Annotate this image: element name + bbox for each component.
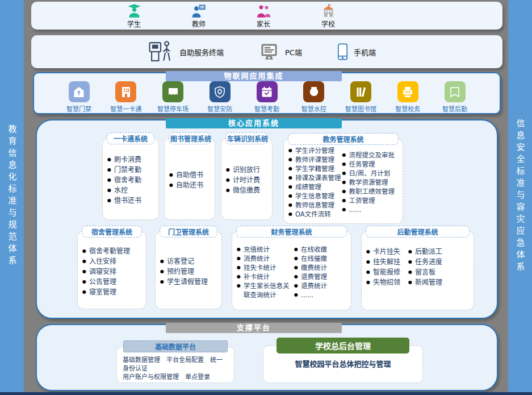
feature-list: 宿舍考勤管理入住安排调寝安排公告管理寝室管理 <box>82 246 130 297</box>
feature-item: 成绩管理 <box>288 182 341 192</box>
left-standards-label: 教育信息化标准与规范体系 <box>6 124 18 268</box>
feature-item: 任务进度 <box>408 257 442 267</box>
system-card-columns: 访客登记预约管理学生请假管理 <box>156 238 221 309</box>
feature-item: 微信缴费 <box>226 185 260 196</box>
student-icon <box>127 3 142 19</box>
system-card-title: 图书管理系统 <box>169 132 211 144</box>
iot-section-title: 物联网应用集成 <box>166 71 342 81</box>
user-label: 学校 <box>321 19 335 28</box>
feature-item: 学生学籍管理 <box>288 164 341 173</box>
feature-item: 智能报修 <box>366 267 400 277</box>
feature-item: 自助还书 <box>169 180 203 190</box>
system-card-vehicle: 车辆识别系统识别放行计时计费微信缴费 <box>221 138 273 220</box>
feature-item: 教职工绩效管理 <box>342 187 394 196</box>
feature-item: 排课及课表管理 <box>288 173 341 182</box>
users-panel: 学生教师家长学校 <box>31 2 502 30</box>
base-platform-line: 基础数据管理 平台全局配置 统一身份认证 <box>123 356 228 373</box>
iot-one-card: 智慧一卡通 <box>105 81 147 113</box>
system-card-logistics: 后勤管理系统卡片挂失挂失解挂智能报修失物招领后勤派工任务进度留言板新闻管理 <box>361 231 474 310</box>
system-card-library: 图书管理系统自助借书自助还书 <box>164 138 215 220</box>
feature-list: 访客登记预约管理学生请假管理 <box>160 256 208 287</box>
access-control-icon <box>69 81 90 102</box>
system-card-title: 教务管理系统 <box>288 133 399 145</box>
one-card-icon <box>115 81 136 102</box>
feature-item: 失物招领 <box>366 277 400 288</box>
feature-list: 后勤派工任务进度留言板新闻管理 <box>408 247 442 288</box>
desktop-icon <box>259 41 279 62</box>
feature-list: 卡片挂失挂失解挂智能报修失物招领 <box>366 247 400 288</box>
feature-item: 消费统计 <box>237 254 293 263</box>
parking-icon <box>162 81 183 102</box>
terminals-row: 自助服务终端PC端手机端 <box>31 35 502 68</box>
system-card-finance: 财务管理系统充值统计消费统计挂失卡统计补卡统计学生家长信息关联查询统计在线收缴在… <box>232 231 351 310</box>
iot-label: 智慧安防 <box>207 104 232 113</box>
system-card-dorm: 宿舍管理系统宿舍考勤管理入住安排调寝安排公告管理寝室管理 <box>77 231 146 309</box>
feature-list: 在线收缴在线催缴缴费统计退费管理退费统计...... <box>294 245 327 300</box>
base-data-platform-body: 基础数据管理 平台全局配置 统一身份认证 用户账户与权限管理 单点登录 <box>117 352 234 381</box>
iot-attendance: 智慧考勤 <box>246 81 288 113</box>
feature-item: 留言板 <box>408 267 442 277</box>
bottom-border <box>0 392 532 395</box>
parents-icon <box>256 3 271 19</box>
base-data-platform-title: 基础数据平台 <box>123 340 228 352</box>
system-card-gate: 门卫管理系统访客登记预约管理学生请假管理 <box>155 231 222 309</box>
right-standards-sidebar: 信息安全标准与容灾应急体系 <box>508 0 532 392</box>
iot-security: 智慧安防 <box>199 81 241 113</box>
attendance-icon <box>257 81 278 102</box>
water-control-icon <box>303 81 324 102</box>
feature-item: 后勤派工 <box>408 247 442 257</box>
core-section-title: 核心应用系统 <box>166 118 342 128</box>
support-panel: 支撑平台 基础数据平台 基础数据管理 平台全局配置 统一身份认证 用户账户与权限… <box>36 324 498 391</box>
feature-list: 刷卡消费门禁考勤宿舍考勤水控借书还书 <box>107 155 141 206</box>
terminals-panel: 自助服务终端PC端手机端 <box>31 35 502 68</box>
school-affairs-icon <box>397 81 418 102</box>
user-school: 学校 <box>311 3 346 28</box>
system-card-academic: 教务管理系统学生评分管理教师评课管理学生学籍管理排课及课表管理成绩管理学生信息管… <box>283 138 403 224</box>
system-card-columns: 卡片挂失挂失解挂智能报修失物招领后勤派工任务进度留言板新闻管理 <box>362 238 474 310</box>
base-data-platform-card: 基础数据平台 基础数据管理 平台全局配置 统一身份认证 用户账户与权限管理 单点… <box>116 347 234 383</box>
feature-item: 寝室管理 <box>82 287 130 297</box>
logistics-icon <box>445 81 466 102</box>
smart-campus-architecture-diagram: 教育信息化标准与规范体系 信息安全标准与容灾应急体系 学生教师家长学校 自助服务… <box>0 0 532 395</box>
iot-label: 智慧校务 <box>395 104 420 113</box>
feature-item: 学生信息管理 <box>288 192 341 201</box>
feature-item: 教师信息管理 <box>288 201 341 210</box>
feature-item: 补卡统计 <box>237 272 293 281</box>
feature-item: 自助借书 <box>169 170 203 180</box>
kiosk-icon <box>148 39 174 64</box>
terminal-label: 手机端 <box>354 47 376 57</box>
system-card-columns: 充值统计消费统计挂失卡统计补卡统计学生家长信息关联查询统计在线收缴在线催缴缴费统… <box>232 238 351 310</box>
system-card-title: 宿舍管理系统 <box>82 226 142 238</box>
feature-item: 挂失卡统计 <box>237 263 293 272</box>
feature-list: 自助借书自助还书 <box>169 170 203 190</box>
school-admin-title: 学校总后台管理 <box>277 338 409 354</box>
iot-library: 智慧图书馆 <box>340 81 382 113</box>
feature-item: 访客登记 <box>160 256 208 267</box>
iot-water-control: 智慧水控 <box>293 81 335 113</box>
feature-item: 宿舍考勤管理 <box>82 246 130 256</box>
feature-item: 计时计费 <box>226 175 260 185</box>
feature-item: 挂失解挂 <box>366 257 400 267</box>
user-student: 学生 <box>116 3 152 28</box>
system-card-title: 车辆识别系统 <box>225 132 268 144</box>
school-admin-content: 智慧校园平台总体把控与管理 <box>263 354 422 368</box>
terminal-phone: 手机端 <box>337 43 376 61</box>
user-teacher: 教师 <box>181 3 216 28</box>
feature-item: 退费管理 <box>294 272 327 281</box>
terminal-label: PC端 <box>285 47 302 57</box>
iot-label: 智慧水控 <box>301 104 326 113</box>
iot-label: 智慧一卡通 <box>110 104 141 113</box>
user-label: 教师 <box>192 19 206 28</box>
feature-item: 充值统计 <box>237 245 293 254</box>
feature-item: 在线收缴 <box>294 245 327 254</box>
feature-item: 退费统计 <box>294 281 327 290</box>
system-card-title: 后勤管理系统 <box>366 226 470 238</box>
system-card-columns: 自助借书自助还书 <box>165 144 215 219</box>
feature-item: 学生请假管理 <box>160 277 208 287</box>
system-card-columns: 识别放行计时计费微信缴费 <box>221 144 272 219</box>
feature-item: 入住安排 <box>82 256 130 267</box>
feature-item: 工资管理 <box>342 196 394 205</box>
feature-item: 在线催缴 <box>294 254 327 263</box>
feature-item: 识别放行 <box>226 165 260 175</box>
feature-item: 借书还书 <box>107 196 141 206</box>
